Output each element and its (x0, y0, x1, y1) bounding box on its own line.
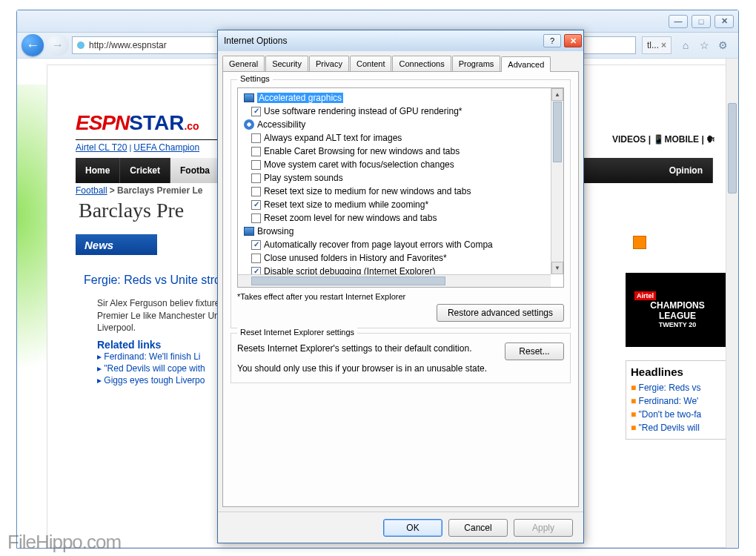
logo-star: STAR (129, 111, 184, 134)
accessibility-icon (244, 119, 254, 130)
nav-football[interactable]: Footba (170, 158, 220, 183)
tab-strip: tl... × (642, 36, 672, 54)
link-airtel[interactable]: Airtel CL T20 (76, 142, 127, 153)
checkbox-icon[interactable] (251, 187, 261, 196)
cat-browsing[interactable]: Browsing (239, 225, 562, 238)
videos-link[interactable]: VIDEOS | (612, 134, 651, 145)
tree-vscrollbar[interactable]: ▲▼ (551, 88, 563, 274)
dialog-close-button[interactable]: ✕ (564, 34, 582, 47)
checkbox-icon[interactable] (251, 214, 261, 223)
opt-reset-text-zoom[interactable]: ✓Reset text size to medium while zooming… (239, 198, 562, 211)
dialog-buttons: OK Cancel Apply (218, 512, 583, 543)
ad-champions-league[interactable]: Airtel CHAMPIONS LEAGUE TWENTY 20 (626, 273, 729, 347)
opt-reset-zoom[interactable]: Reset zoom level for new windows and tab… (239, 211, 562, 225)
tab-programs[interactable]: Programs (452, 56, 501, 71)
mobile-link[interactable]: 📱MOBILE | 🗣 (653, 134, 715, 145)
opt-label: Automatically recover from page layout e… (264, 238, 493, 251)
opt-close-folders[interactable]: Close unused folders in History and Favo… (239, 251, 562, 265)
tab-privacy[interactable]: Privacy (309, 56, 349, 71)
headline-item[interactable]: Ferdinand: We' (631, 394, 724, 408)
favorites-icon[interactable]: ☆ (697, 39, 711, 52)
browser-tab[interactable]: tl... × (642, 36, 672, 54)
top-links: VIDEOS | 📱MOBILE | 🗣 (612, 134, 715, 145)
tab-advanced[interactable]: Advanced (501, 56, 551, 72)
opt-label: Enable Caret Browsing for new windows an… (264, 145, 460, 158)
tab-general[interactable]: General (222, 56, 265, 71)
rss-icon[interactable] (633, 236, 646, 249)
checkbox-icon[interactable]: ✓ (251, 240, 261, 250)
close-window-button[interactable]: ✕ (714, 15, 734, 28)
opt-caret-browsing[interactable]: Enable Caret Browsing for new windows an… (239, 145, 562, 158)
tab-content[interactable]: Content (350, 56, 392, 71)
checkbox-icon[interactable] (251, 254, 261, 263)
toolbar-icons: ⌂ ☆ ⚙ (674, 39, 734, 52)
newsbar-link[interactable]: Barclays Premier Le (651, 239, 737, 249)
cat-label: Browsing (257, 226, 294, 236)
dialog-titlebar: Internet Options ? ✕ (218, 30, 583, 51)
opt-label: Move system caret with focus/selection c… (264, 158, 454, 171)
reset-group: Reset Internet Explorer settings Resets … (231, 333, 571, 383)
display-icon (244, 227, 254, 236)
settings-legend: Settings (237, 74, 273, 83)
forward-button[interactable]: → (47, 34, 69, 56)
ie-icon (76, 40, 86, 50)
reset-warning: You should only use this if your browser… (237, 363, 496, 375)
cat-accessibility[interactable]: Accessibility (239, 118, 562, 131)
apply-button[interactable]: Apply (514, 519, 573, 537)
ok-button[interactable]: OK (383, 519, 442, 537)
nav-home[interactable]: Home (76, 158, 120, 183)
opt-label: Reset zoom level for new windows and tab… (264, 211, 437, 225)
tools-icon[interactable]: ⚙ (716, 39, 729, 52)
nav-opinion[interactable]: Opinion (660, 158, 713, 183)
opt-auto-recover[interactable]: ✓Automatically recover from page layout … (239, 238, 562, 251)
news-label: News (76, 234, 157, 255)
checkbox-icon[interactable] (251, 173, 261, 183)
maximize-button[interactable]: □ (692, 15, 711, 28)
checkbox-icon[interactable] (251, 133, 261, 143)
tab-connections[interactable]: Connections (392, 56, 451, 71)
crumb-football[interactable]: Football (76, 185, 107, 196)
ad-sponsor: Airtel (634, 291, 656, 300)
dialog-help-button[interactable]: ? (543, 34, 561, 47)
tab-close-icon[interactable]: × (661, 40, 666, 50)
ad-line: TWENTY 20 (659, 321, 696, 328)
restart-note: *Takes effect after you restart Internet… (237, 292, 564, 301)
tab-security[interactable]: Security (265, 56, 308, 71)
nav-cricket[interactable]: Cricket (120, 158, 170, 183)
opt-reset-text-new[interactable]: Reset text size to medium for new window… (239, 185, 562, 198)
checkbox-icon[interactable] (251, 147, 261, 156)
settings-tree[interactable]: Accelerated graphics ✓Use software rende… (237, 87, 564, 288)
cat-accelerated-graphics[interactable]: Accelerated graphics (239, 91, 562, 105)
opt-label: Close unused folders in History and Favo… (264, 251, 447, 265)
minimize-button[interactable]: — (669, 15, 688, 28)
home-icon[interactable]: ⌂ (679, 39, 692, 52)
back-button[interactable]: ← (21, 34, 44, 56)
opt-alt-text[interactable]: Always expand ALT text for images (239, 131, 562, 145)
headlines-title: Headlines (631, 365, 724, 378)
breadcrumb: Football > Barclays Premier Le (76, 185, 203, 196)
tree-hscrollbar[interactable] (238, 274, 551, 287)
headline-item[interactable]: "Don't be two-fa (631, 408, 724, 421)
headlines-box: Headlines Fergie: Reds vs Ferdinand: We'… (626, 360, 729, 440)
logo-com: .co (184, 120, 199, 132)
opt-system-sounds[interactable]: Play system sounds (239, 171, 562, 185)
settings-group: Settings Accelerated graphics ✓Use softw… (231, 79, 571, 328)
restore-advanced-button[interactable]: Restore advanced settings (437, 304, 564, 322)
opt-system-caret[interactable]: Move system caret with focus/selection c… (239, 158, 562, 171)
crumb-current: > Barclays Premier Le (110, 185, 203, 196)
reset-button[interactable]: Reset... (505, 342, 564, 360)
checkbox-icon[interactable]: ✓ (251, 200, 261, 210)
checkbox-icon[interactable] (251, 160, 261, 170)
checkbox-icon[interactable]: ✓ (251, 107, 261, 116)
opt-label: Reset text size to medium for new window… (264, 185, 471, 198)
headline-item[interactable]: "Red Devils will (631, 421, 724, 434)
viewport-scrollbar[interactable] (726, 59, 738, 548)
cat-label: Accessibility (257, 119, 305, 130)
logo-espn: ESPN (76, 111, 129, 134)
opt-software-rendering[interactable]: ✓Use software rendering instead of GPU r… (239, 105, 562, 118)
right-column: Airtel CHAMPIONS LEAGUE TWENTY 20 Headli… (626, 273, 729, 440)
link-uefa[interactable]: UEFA Champion (133, 142, 199, 153)
opt-label: Reset text size to medium while zooming* (264, 198, 428, 211)
headline-item[interactable]: Fergie: Reds vs (631, 381, 724, 394)
cancel-button[interactable]: Cancel (448, 519, 508, 537)
